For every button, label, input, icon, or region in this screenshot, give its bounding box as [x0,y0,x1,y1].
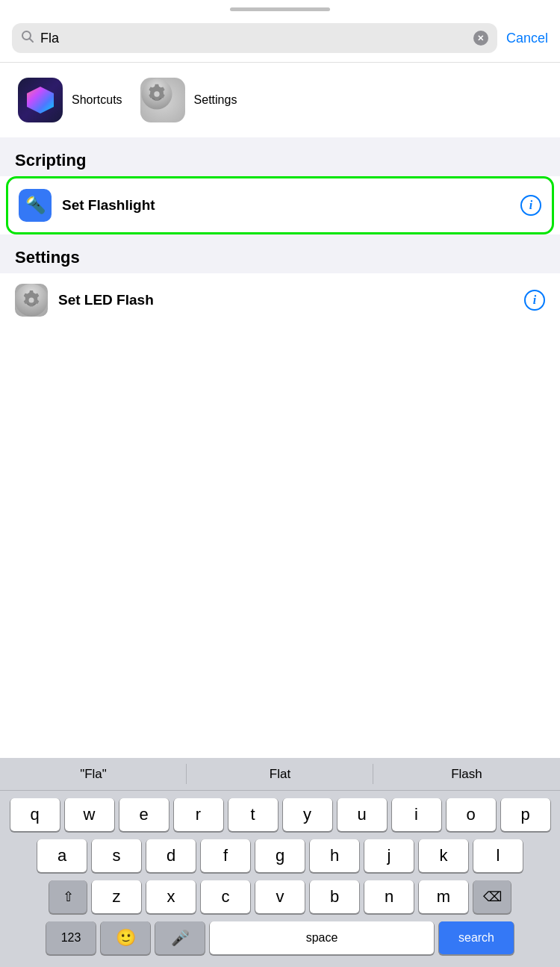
autocomplete-flash[interactable]: Flash [373,758,560,790]
keyboard-area: "Fla" Flat Flash q w e r t y u i o p a s… [0,758,560,967]
key-k[interactable]: k [419,839,468,872]
key-w[interactable]: w [65,798,114,831]
set-flashlight-item[interactable]: 🔦 Set Flashlight i [6,176,554,234]
key-v[interactable]: v [255,880,305,913]
flashlight-icon-container: 🔦 [19,189,52,222]
key-row-3: ⇧ z x c v b n m ⌫ [3,880,557,913]
key-d[interactable]: d [146,839,196,872]
flashlight-icon: 🔦 [25,196,46,215]
led-flash-icon-container [15,284,48,317]
key-row-2: a s d f g h j k l [3,839,557,872]
key-a[interactable]: a [37,839,87,872]
key-n[interactable]: n [364,880,414,913]
key-f[interactable]: f [201,839,250,872]
key-b[interactable]: b [310,880,359,913]
key-c[interactable]: c [201,880,250,913]
key-row-4: 123 🙂 🎤 space search [3,921,557,954]
autocomplete-fla-text: "Fla" [80,767,107,782]
delete-key[interactable]: ⌫ [473,880,511,913]
key-s[interactable]: s [92,839,141,872]
search-input-wrapper [12,23,497,53]
key-y[interactable]: y [283,798,332,831]
search-icon [21,30,34,46]
clear-button[interactable] [473,31,488,46]
mic-key[interactable]: 🎤 [155,921,205,954]
emoji-key[interactable]: 🙂 [101,921,150,954]
keys-section: q w e r t y u i o p a s d f g h j k l ⇧ … [0,791,560,967]
key-z[interactable]: z [92,880,141,913]
svg-point-3 [154,91,159,96]
key-h[interactable]: h [310,839,359,872]
key-p[interactable]: p [501,798,550,831]
shortcuts-app-icon [18,78,63,122]
search-bar-container: Cancel [0,17,560,62]
autocomplete-flat-text: Flat [270,767,290,782]
svg-point-5 [29,298,34,303]
apps-row: Shortcuts Settings [0,63,560,137]
search-key[interactable]: search [439,921,514,954]
key-m[interactable]: m [419,880,468,913]
set-flashlight-label: Set Flashlight [62,197,510,214]
app-item-settings[interactable]: Settings [140,78,237,122]
set-led-flash-item[interactable]: Set LED Flash i [0,273,560,327]
svg-line-1 [30,39,34,43]
key-u[interactable]: u [337,798,387,831]
led-flash-info-button[interactable]: i [524,290,545,311]
settings-app-icon [140,78,185,122]
autocomplete-row: "Fla" Flat Flash [0,758,560,791]
cancel-button[interactable]: Cancel [506,31,548,46]
app-item-shortcuts[interactable]: Shortcuts [18,78,122,122]
key-t[interactable]: t [228,798,278,831]
key-r[interactable]: r [174,798,223,831]
key-e[interactable]: e [119,798,169,831]
key-row-1: q w e r t y u i o p [3,798,557,831]
shortcuts-app-name: Shortcuts [72,93,122,107]
autocomplete-flash-text: Flash [451,767,482,782]
key-g[interactable]: g [255,839,305,872]
drag-handle [230,7,330,11]
shift-key[interactable]: ⇧ [49,880,87,913]
settings-section-header: Settings [0,234,560,273]
key-x[interactable]: x [146,880,196,913]
autocomplete-fla[interactable]: "Fla" [0,758,187,790]
settings-app-name: Settings [194,93,237,107]
autocomplete-flat[interactable]: Flat [187,758,373,790]
search-input[interactable] [40,31,467,46]
key-i[interactable]: i [392,798,441,831]
key-o[interactable]: o [447,798,496,831]
num-key[interactable]: 123 [46,921,96,954]
key-j[interactable]: j [364,839,414,872]
space-key[interactable]: space [210,921,434,954]
scripting-section-header: Scripting [0,137,560,176]
key-l[interactable]: l [473,839,523,872]
set-led-flash-label: Set LED Flash [58,292,514,308]
flashlight-info-button[interactable]: i [520,195,541,216]
key-q[interactable]: q [10,798,60,831]
